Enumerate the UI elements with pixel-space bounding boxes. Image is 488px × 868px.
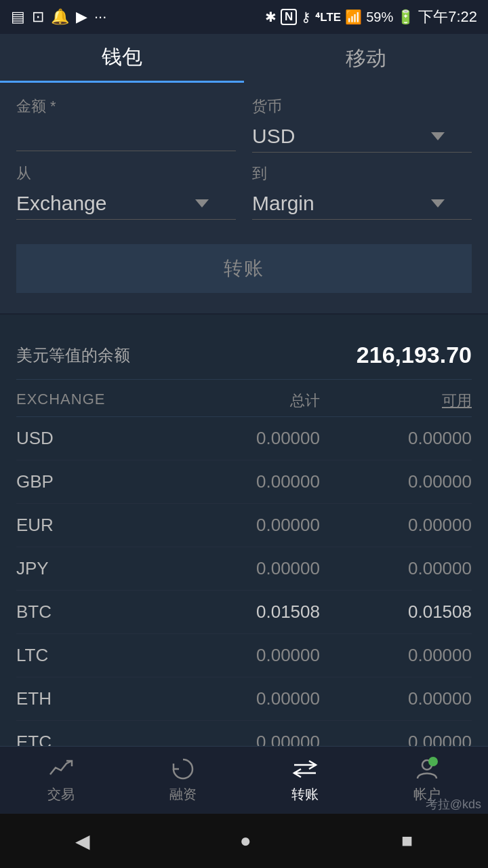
nav-trade-label: 交易 [47, 785, 75, 804]
back-button[interactable]: ◀ [75, 830, 90, 852]
cell-total: 0.00000 [168, 471, 320, 492]
icon-more: ··· [94, 8, 106, 26]
home-button[interactable]: ● [240, 830, 251, 852]
from-chevron-down-icon [195, 199, 209, 208]
cell-available: 0.00000 [320, 645, 472, 666]
balance-section: 美元等值的余额 216,193.70 [0, 315, 488, 380]
nfc-icon: N [281, 9, 297, 25]
bottom-nav: 交易 融资 转账 帐户 [0, 746, 488, 814]
cell-available: 0.00000 [320, 428, 472, 449]
form-row-from-to: 从 Exchange 到 Margin [16, 163, 472, 220]
table-row: BTC0.015080.01508 [16, 591, 472, 634]
table-row: GBP0.000000.00000 [16, 460, 472, 504]
currency-value[interactable]: USD [252, 121, 472, 152]
cell-available: 0.01508 [320, 601, 472, 623]
android-nav: ◀ ● ■ [0, 814, 488, 868]
status-right-icons: ✱ N ⚷ ⁴LTE 📶 59% 🔋 下午7:22 [265, 7, 477, 27]
from-label: 从 [16, 163, 236, 184]
to-select[interactable]: Margin [252, 188, 472, 220]
to-field: 到 Margin [252, 163, 472, 220]
currency-field: 货币 USD [252, 96, 472, 153]
tab-mobile[interactable]: 移动 [244, 34, 488, 83]
account-online-dot [428, 757, 438, 766]
tab-wallet-label: 钱包 [102, 43, 142, 71]
table-row: JPY0.000000.00000 [16, 547, 472, 591]
nav-item-trade[interactable]: 交易 [47, 757, 75, 804]
icon-menu: ▤ [11, 8, 25, 26]
col-header-name: EXCHANGE [16, 391, 168, 411]
table-row: USD0.000000.00000 [16, 417, 472, 460]
battery-icon: 🔋 [397, 9, 414, 25]
cell-available: 0.00000 [320, 471, 472, 492]
nav-finance-label: 融资 [169, 785, 197, 804]
balance-row: 美元等值的余额 216,193.70 [16, 331, 472, 380]
icon-play: ▶ [76, 8, 87, 26]
bluetooth-icon: ✱ [265, 9, 277, 25]
signal-icon: ⁴LTE [315, 10, 341, 24]
amount-field: 金额 * [16, 96, 236, 153]
from-field: 从 Exchange [16, 163, 236, 220]
cell-currency-name: BTC [16, 601, 168, 623]
form-row-amount-currency: 金额 * 货币 USD [16, 96, 472, 153]
cell-total: 0.01508 [168, 601, 320, 623]
cell-currency-name: EUR [16, 515, 168, 536]
transfer-icon [291, 757, 319, 781]
to-label: 到 [252, 163, 472, 184]
top-tab-bar: 钱包 移动 [0, 34, 488, 83]
col-header-available: 可用 [320, 391, 472, 411]
table-row: EUR0.000000.00000 [16, 504, 472, 547]
col-header-total: 总计 [168, 391, 320, 411]
cell-currency-name: USD [16, 428, 168, 449]
status-left-icons: ▤ ⊡ 🔔 ▶ ··· [11, 8, 106, 26]
cell-currency-name: LTC [16, 645, 168, 666]
icon-app1: ⊡ [32, 8, 44, 26]
nav-item-finance[interactable]: 融资 [169, 757, 197, 804]
cell-currency-name: ETH [16, 688, 168, 709]
cell-total: 0.00000 [168, 558, 320, 579]
time-display: 下午7:22 [418, 7, 477, 27]
amount-input[interactable] [16, 121, 236, 151]
cell-total: 0.00000 [168, 645, 320, 666]
currency-select[interactable]: USD [252, 121, 472, 153]
cell-available: 0.00000 [320, 558, 472, 579]
table-row: ETH0.000000.00000 [16, 677, 472, 721]
cell-currency-name: JPY [16, 558, 168, 579]
battery-text: 59% [366, 9, 393, 25]
tab-mobile-label: 移动 [346, 45, 386, 73]
cell-currency-name: GBP [16, 471, 168, 492]
cell-total: 0.00000 [168, 688, 320, 709]
table-header: EXCHANGE 总计 可用 [16, 380, 472, 417]
currency-label: 货币 [252, 96, 472, 117]
finance-icon [169, 757, 197, 781]
balance-value: 216,193.70 [357, 342, 472, 368]
cell-available: 0.00000 [320, 688, 472, 709]
to-value[interactable]: Margin [252, 188, 472, 219]
status-bar: ▤ ⊡ 🔔 ▶ ··· ✱ N ⚷ ⁴LTE 📶 59% 🔋 下午7:22 [0, 0, 488, 34]
transfer-button[interactable]: 转账 [16, 244, 472, 293]
transfer-form: 金额 * 货币 USD 从 Exchange [0, 83, 488, 315]
signal-bars: 📶 [345, 9, 362, 25]
cell-available: 0.00000 [320, 515, 472, 536]
from-value[interactable]: Exchange [16, 188, 236, 219]
icon-bell: 🔔 [51, 8, 69, 26]
trade-icon [47, 757, 75, 781]
nav-transfer-label: 转账 [291, 785, 319, 804]
watermark: 考拉@kds [426, 796, 481, 812]
amount-label: 金额 * [16, 96, 236, 117]
key-icon: ⚷ [301, 9, 311, 25]
balance-label: 美元等值的余额 [16, 344, 130, 366]
tab-wallet[interactable]: 钱包 [0, 34, 244, 83]
cell-total: 0.00000 [168, 515, 320, 536]
cell-total: 0.00000 [168, 428, 320, 449]
to-chevron-down-icon [431, 199, 445, 208]
table-row: LTC0.000000.00000 [16, 634, 472, 677]
recent-button[interactable]: ■ [401, 830, 413, 852]
nav-item-transfer[interactable]: 转账 [291, 757, 319, 804]
currency-chevron-down-icon [431, 132, 445, 140]
from-select[interactable]: Exchange [16, 188, 236, 220]
